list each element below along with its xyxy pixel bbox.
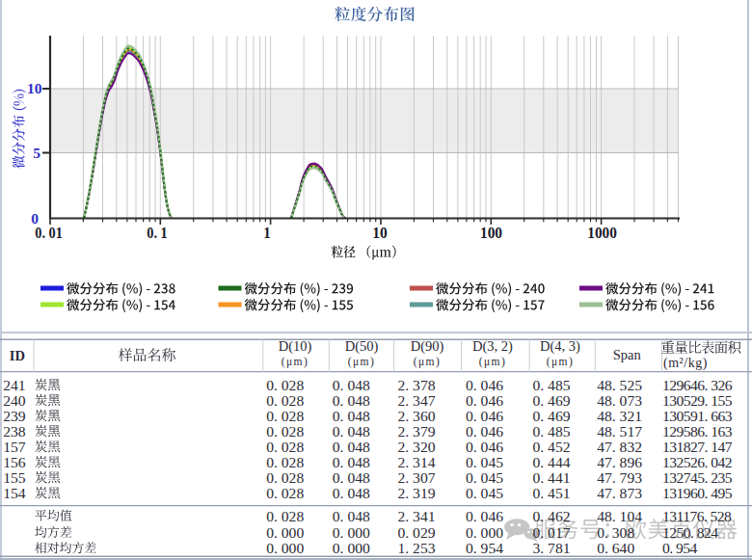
svg-text:0. 029: 0. 029: [398, 524, 436, 541]
svg-text:0. 048: 0. 048: [333, 508, 370, 524]
svg-text:0. 308: 0. 308: [597, 524, 634, 541]
svg-text:0. 048: 0. 048: [333, 454, 370, 470]
svg-text:132526. 042: 132526. 042: [662, 454, 732, 470]
svg-text:2. 320: 2. 320: [398, 439, 436, 455]
svg-text:0. 452: 0. 452: [533, 439, 571, 455]
svg-text:238: 238: [3, 423, 26, 440]
svg-text:131827. 147: 131827. 147: [662, 439, 733, 455]
svg-text:100: 100: [480, 225, 502, 241]
svg-text:1000: 1000: [587, 225, 617, 241]
svg-text:0. 046: 0. 046: [466, 392, 503, 409]
svg-text:2. 319: 2. 319: [398, 485, 436, 501]
svg-text:48. 517: 48. 517: [597, 423, 642, 440]
svg-text:0. 954: 0. 954: [466, 540, 503, 556]
svg-text:D(4, 3): D(4, 3): [540, 338, 580, 355]
svg-text:0. 048: 0. 048: [333, 392, 370, 409]
svg-text:0. 485: 0. 485: [533, 377, 571, 393]
svg-text:0. 046: 0. 046: [466, 423, 503, 440]
svg-text:156: 156: [3, 454, 26, 470]
svg-text:132745. 235: 132745. 235: [662, 469, 733, 486]
svg-text:(μm): (μm): [479, 356, 506, 368]
svg-text:0. 000: 0. 000: [266, 540, 304, 556]
svg-text:0. 028: 0. 028: [266, 392, 304, 409]
svg-text:(m²/kg): (m²/kg): [663, 356, 708, 371]
svg-text:1250. 824: 1250. 824: [662, 524, 718, 541]
svg-text:ID: ID: [10, 348, 25, 363]
svg-text:0. 046: 0. 046: [466, 408, 503, 424]
svg-text:2. 347: 2. 347: [398, 392, 436, 409]
svg-text:0. 462: 0. 462: [533, 508, 571, 524]
svg-text:0. 048: 0. 048: [333, 439, 370, 455]
svg-text:48. 525: 48. 525: [597, 377, 642, 393]
svg-text:0. 444: 0. 444: [533, 454, 571, 470]
svg-text:154: 154: [3, 485, 26, 501]
svg-text:47. 832: 47. 832: [597, 439, 642, 455]
svg-text:0. 640: 0. 640: [597, 540, 634, 556]
svg-text:Span: Span: [613, 347, 642, 362]
svg-text:1. 253: 1. 253: [398, 540, 436, 556]
svg-text:5: 5: [33, 145, 40, 161]
svg-text:0. 028: 0. 028: [266, 454, 304, 470]
svg-text:3. 781: 3. 781: [533, 540, 571, 556]
svg-text:2. 379: 2. 379: [398, 423, 436, 440]
svg-text:0. 046: 0. 046: [466, 508, 503, 524]
svg-text:0. 485: 0. 485: [533, 423, 571, 440]
svg-text:129586. 163: 129586. 163: [662, 423, 733, 440]
svg-text:0. 000: 0. 000: [333, 524, 370, 541]
svg-text:155: 155: [3, 469, 26, 486]
svg-text:0. 469: 0. 469: [533, 392, 571, 409]
svg-text:0. 046: 0. 046: [466, 377, 503, 393]
svg-text:10: 10: [27, 80, 42, 96]
svg-text:0. 045: 0. 045: [466, 469, 503, 486]
svg-text:240: 240: [3, 392, 26, 409]
svg-text:10: 10: [372, 225, 388, 241]
svg-text:D(50): D(50): [345, 338, 379, 355]
svg-text:0. 028: 0. 028: [266, 408, 304, 424]
svg-text:(μm): (μm): [348, 356, 375, 368]
svg-text:48. 104: 48. 104: [597, 508, 642, 524]
svg-text:0. 045: 0. 045: [466, 485, 503, 501]
svg-text:0. 441: 0. 441: [533, 469, 571, 486]
svg-text:131960. 495: 131960. 495: [662, 485, 733, 501]
svg-text:157: 157: [3, 439, 26, 455]
svg-text:0. 046: 0. 046: [466, 439, 503, 455]
svg-text:0. 028: 0. 028: [266, 485, 304, 501]
svg-text:130591. 663: 130591. 663: [662, 408, 733, 424]
svg-text:0. 451: 0. 451: [533, 485, 571, 501]
svg-text:130529. 155: 130529. 155: [662, 392, 733, 409]
svg-text:(μm): (μm): [414, 356, 441, 368]
svg-text:48. 073: 48. 073: [597, 392, 642, 409]
svg-text:131176. 528: 131176. 528: [662, 508, 732, 524]
svg-text:0. 028: 0. 028: [266, 469, 304, 486]
svg-text:(μm): (μm): [547, 356, 574, 368]
svg-text:D(3, 2): D(3, 2): [472, 338, 513, 355]
svg-text:241: 241: [3, 377, 25, 393]
svg-text:0. 954: 0. 954: [662, 540, 697, 556]
svg-text:48. 321: 48. 321: [597, 408, 642, 424]
svg-text:0. 000: 0. 000: [333, 540, 370, 556]
svg-text:129646. 326: 129646. 326: [662, 377, 733, 393]
svg-text:D(10): D(10): [279, 338, 312, 355]
svg-text:2. 378: 2. 378: [398, 377, 436, 393]
svg-text:47. 873: 47. 873: [597, 485, 642, 501]
svg-text:0. 048: 0. 048: [333, 469, 370, 486]
svg-text:0. 028: 0. 028: [266, 439, 304, 455]
svg-text:0. 000: 0. 000: [266, 524, 304, 541]
svg-text:0. 048: 0. 048: [333, 377, 370, 393]
svg-text:0. 01: 0. 01: [35, 225, 63, 241]
svg-text:0. 028: 0. 028: [266, 508, 304, 524]
svg-text:0. 048: 0. 048: [333, 485, 370, 501]
svg-text:0. 028: 0. 028: [266, 377, 304, 393]
svg-text:2. 314: 2. 314: [398, 454, 436, 470]
svg-text:2. 307: 2. 307: [398, 469, 436, 486]
svg-text:D(90): D(90): [411, 338, 444, 355]
svg-text:2. 341: 2. 341: [398, 508, 436, 524]
svg-text:0. 000: 0. 000: [466, 524, 503, 541]
svg-text:(μm): (μm): [282, 356, 309, 368]
svg-text:47. 793: 47. 793: [597, 469, 642, 486]
svg-text:0. 048: 0. 048: [333, 423, 370, 440]
svg-text:47. 896: 47. 896: [597, 454, 642, 470]
svg-text:1: 1: [263, 225, 271, 241]
svg-text:239: 239: [3, 408, 26, 424]
svg-text:0. 045: 0. 045: [466, 454, 503, 470]
